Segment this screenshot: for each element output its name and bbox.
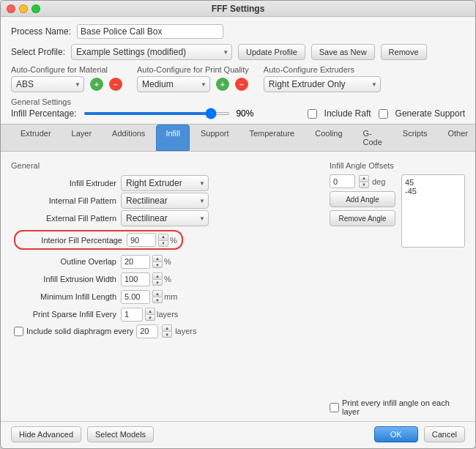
remove-angle-button[interactable]: Remove Angle bbox=[330, 210, 395, 226]
tab-infill[interactable]: Infill bbox=[156, 125, 190, 151]
min-infill-down[interactable]: ▼ bbox=[152, 297, 163, 303]
min-infill-up[interactable]: ▲ bbox=[152, 290, 163, 297]
general-settings-section: General Settings Infill Percentage: 90% … bbox=[11, 97, 465, 119]
generate-support-checkbox[interactable] bbox=[379, 109, 388, 119]
internal-fill-select[interactable]: Rectilinear bbox=[121, 193, 209, 209]
main-content: Process Name: Select Profile: Example Se… bbox=[1, 17, 475, 448]
traffic-lights bbox=[7, 4, 40, 13]
solid-diaphragm-input[interactable] bbox=[136, 324, 158, 338]
print-every-angle-checkbox[interactable] bbox=[330, 403, 339, 412]
material-select[interactable]: ABS bbox=[11, 76, 84, 92]
extruders-select-wrapper: Right Extruder Only bbox=[264, 76, 381, 92]
tab-additions[interactable]: Additions bbox=[103, 125, 155, 151]
tab-extruder[interactable]: Extruder bbox=[11, 125, 61, 151]
interior-fill-down[interactable]: ▼ bbox=[158, 240, 168, 247]
add-angle-button[interactable]: Add Angle bbox=[330, 191, 395, 207]
hide-advanced-button[interactable]: Hide Advanced bbox=[11, 426, 81, 442]
include-raft-checkbox[interactable] bbox=[308, 109, 317, 119]
tab-temperature[interactable]: Temperature bbox=[239, 125, 304, 151]
auto-configure-row: Auto-Configure for Material ABS + − Auto… bbox=[11, 65, 465, 92]
main-panel: General Infill Extruder Right Extruder I… bbox=[11, 161, 465, 416]
interior-fill-control: ▲ ▼ % bbox=[127, 233, 177, 247]
angle-unit: deg bbox=[372, 177, 385, 186]
external-fill-label: External Fill Pattern bbox=[14, 214, 116, 223]
material-add-button[interactable]: + bbox=[90, 78, 103, 91]
outline-overlap-row: Outline Overlap ▲ ▼ % bbox=[11, 253, 319, 270]
infill-extrusion-unit: % bbox=[164, 275, 171, 283]
print-sparse-control: ▲ ▼ layers bbox=[121, 308, 178, 322]
interior-fill-row: Interior Fill Percentage ▲ ▼ % bbox=[14, 230, 183, 250]
angle-input[interactable] bbox=[330, 174, 355, 188]
footer-row: Hide Advanced Select Models OK Cancel bbox=[1, 421, 475, 442]
select-models-button[interactable]: Select Models bbox=[87, 426, 154, 442]
infill-extrusion-up[interactable]: ▲ bbox=[152, 272, 163, 279]
close-button[interactable] bbox=[7, 4, 15, 13]
min-infill-unit: mm bbox=[164, 292, 177, 301]
tabs-bar: Extruder Layer Additions Infill Support … bbox=[1, 124, 475, 152]
include-raft-label: Include Raft bbox=[324, 108, 371, 119]
tab-scripts[interactable]: Scripts bbox=[393, 125, 437, 151]
left-panel: General Infill Extruder Right Extruder I… bbox=[11, 161, 319, 416]
quality-remove-button[interactable]: − bbox=[235, 78, 248, 91]
min-infill-row: Minimum Infill Length ▲ ▼ mm bbox=[11, 288, 319, 305]
extruders-select[interactable]: Right Extruder Only bbox=[264, 76, 381, 92]
infill-extrusion-label: Infill Extrusion Width bbox=[14, 275, 116, 283]
infill-extrusion-spinner: ▲ ▼ bbox=[152, 272, 163, 286]
external-fill-row: External Fill Pattern Rectilinear bbox=[11, 209, 319, 227]
angle-value-neg45: -45 bbox=[405, 187, 461, 196]
ok-button[interactable]: OK bbox=[374, 426, 418, 442]
solid-diaphragm-up[interactable]: ▲ bbox=[162, 324, 172, 331]
process-name-input[interactable] bbox=[77, 24, 223, 39]
infill-extruder-select[interactable]: Right Extruder bbox=[121, 175, 209, 191]
outline-overlap-down[interactable]: ▼ bbox=[152, 261, 163, 268]
print-sparse-down[interactable]: ▼ bbox=[145, 314, 155, 321]
outline-overlap-up[interactable]: ▲ bbox=[152, 255, 163, 261]
outline-overlap-label: Outline Overlap bbox=[14, 257, 116, 266]
angle-down[interactable]: ▼ bbox=[359, 182, 369, 188]
quality-select-wrapper: Medium bbox=[137, 76, 210, 92]
solid-diaphragm-spinner: ▲ ▼ bbox=[162, 324, 172, 338]
process-name-label: Process Name: bbox=[11, 26, 71, 37]
maximize-button[interactable] bbox=[31, 4, 40, 13]
min-infill-control: ▲ ▼ mm bbox=[121, 290, 177, 304]
infill-extruder-row: Infill Extruder Right Extruder bbox=[11, 174, 319, 192]
tab-cooling[interactable]: Cooling bbox=[305, 125, 352, 151]
min-infill-input[interactable] bbox=[121, 290, 150, 304]
profile-select[interactable]: Example Settings (modified) bbox=[71, 44, 232, 60]
solid-diaphragm-checkbox[interactable] bbox=[14, 327, 23, 336]
material-group: Auto-Configure for Material ABS + − bbox=[11, 65, 122, 92]
solid-diaphragm-down[interactable]: ▼ bbox=[162, 331, 172, 338]
infill-extrusion-down[interactable]: ▼ bbox=[152, 279, 163, 286]
infill-percentage-value: 90% bbox=[236, 108, 253, 119]
remove-button[interactable]: Remove bbox=[381, 44, 427, 60]
infill-extrusion-input[interactable] bbox=[121, 272, 150, 286]
infill-angle-row: ▲ ▼ deg Add Angle Remove Angle 45 -45 bbox=[330, 174, 465, 248]
external-fill-select[interactable]: Rectilinear bbox=[121, 210, 209, 226]
tab-gcode[interactable]: G-Code bbox=[354, 125, 392, 151]
tab-layer[interactable]: Layer bbox=[62, 125, 102, 151]
min-infill-spinner: ▲ ▼ bbox=[152, 290, 163, 303]
print-sparse-up[interactable]: ▲ bbox=[145, 308, 155, 314]
interior-fill-up[interactable]: ▲ bbox=[158, 234, 168, 240]
material-remove-button[interactable]: − bbox=[109, 78, 122, 91]
interior-fill-input[interactable] bbox=[127, 233, 156, 247]
solid-diaphragm-row: Include solid diaphragm every ▲ ▼ layers bbox=[11, 323, 319, 339]
quality-add-button[interactable]: + bbox=[216, 78, 229, 91]
angle-input-row: ▲ ▼ deg bbox=[330, 174, 395, 188]
titlebar: FFF Settings bbox=[1, 1, 475, 17]
print-sparse-input[interactable] bbox=[121, 308, 143, 322]
tab-support[interactable]: Support bbox=[191, 125, 239, 151]
quality-select[interactable]: Medium bbox=[137, 76, 210, 92]
minimize-button[interactable] bbox=[19, 4, 28, 13]
tab-other[interactable]: Other bbox=[438, 125, 475, 151]
infill-slider[interactable] bbox=[83, 112, 230, 115]
general-section-title: General bbox=[11, 161, 319, 170]
interior-fill-label: Interior Fill Percentage bbox=[20, 236, 122, 245]
update-profile-button[interactable]: Update Profile bbox=[238, 44, 305, 60]
solid-diaphragm-unit: layers bbox=[175, 327, 196, 335]
save-as-new-button[interactable]: Save as New bbox=[311, 44, 375, 60]
outline-overlap-input[interactable] bbox=[121, 255, 150, 269]
angle-up[interactable]: ▲ bbox=[359, 175, 369, 182]
footer-right: OK Cancel bbox=[374, 426, 465, 442]
cancel-button[interactable]: Cancel bbox=[424, 426, 465, 442]
